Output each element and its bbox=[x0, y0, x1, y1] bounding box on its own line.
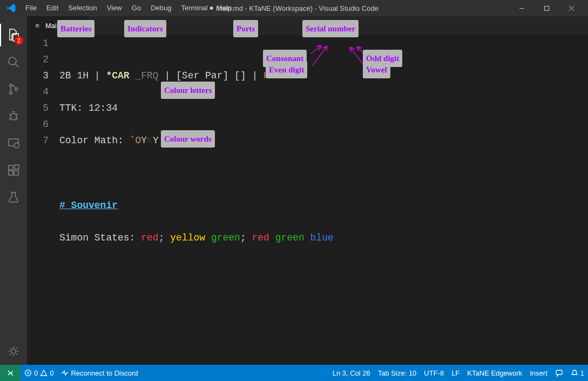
list-icon: ≡ bbox=[33, 22, 41, 30]
menu-selection[interactable]: Selection bbox=[63, 0, 102, 16]
svg-line-30 bbox=[312, 46, 327, 66]
activity-extensions[interactable] bbox=[0, 157, 27, 184]
menu-edit[interactable]: Edit bbox=[42, 0, 63, 16]
activity-test[interactable] bbox=[0, 184, 27, 211]
menu-file[interactable]: File bbox=[21, 0, 42, 16]
svg-rect-19 bbox=[14, 171, 18, 175]
activity-debug[interactable] bbox=[0, 103, 27, 130]
svg-rect-1 bbox=[544, 6, 549, 10]
anno-colourletters: Colour letters bbox=[161, 82, 215, 99]
debug-icon bbox=[7, 110, 20, 123]
extensions-icon bbox=[7, 164, 20, 177]
svg-line-29 bbox=[310, 46, 321, 54]
menu-view[interactable]: View bbox=[102, 0, 127, 16]
activity-remote[interactable] bbox=[0, 130, 27, 157]
gutter: 1234567 bbox=[27, 35, 59, 381]
remote-button[interactable] bbox=[0, 365, 21, 381]
svg-point-4 bbox=[9, 57, 16, 65]
svg-line-31 bbox=[357, 47, 364, 54]
editor-pane-main: ≡ Main.md ··· 1234567 2B 1H | *CAR _FRQ … bbox=[27, 16, 588, 381]
menu-go[interactable]: Go bbox=[127, 0, 146, 16]
main-menu: File Edit Selection View Go Debug Termin… bbox=[21, 0, 236, 16]
activity-bar: 2 bbox=[0, 16, 27, 365]
vscode-logo-icon bbox=[6, 3, 16, 13]
svg-point-22 bbox=[11, 349, 16, 353]
svg-point-16 bbox=[15, 143, 19, 148]
svg-point-7 bbox=[10, 92, 12, 95]
svg-rect-18 bbox=[9, 171, 13, 175]
menu-terminal[interactable]: Terminal bbox=[176, 0, 212, 16]
code-content[interactable]: 2B 1H | *CAR _FRQ | [Ser Par] [] | KT4NE… bbox=[59, 35, 588, 381]
search-icon bbox=[7, 56, 20, 69]
activity-search[interactable] bbox=[0, 49, 27, 76]
anno-consonant: Consonant bbox=[263, 50, 307, 67]
remote-explorer-icon bbox=[7, 137, 20, 150]
svg-line-32 bbox=[350, 48, 364, 65]
modified-dot-icon bbox=[77, 24, 81, 28]
heading-souvenir: # Souvenir bbox=[59, 200, 118, 211]
window-title: Main.md - KTaNE (Workspace) - Visual Stu… bbox=[209, 4, 379, 12]
explorer-badge: 2 bbox=[15, 36, 23, 45]
tab-label: Main.md bbox=[45, 22, 72, 30]
remote-icon bbox=[6, 369, 15, 377]
menu-debug[interactable]: Debug bbox=[146, 0, 176, 16]
close-button[interactable] bbox=[559, 0, 584, 16]
tab-bar-1: ≡ Main.md ··· bbox=[27, 16, 588, 35]
source-control-icon bbox=[7, 83, 20, 96]
title-bar: File Edit Selection View Go Debug Termin… bbox=[0, 0, 588, 16]
modified-dot-icon bbox=[209, 6, 213, 10]
svg-rect-20 bbox=[15, 165, 19, 169]
svg-point-9 bbox=[10, 113, 17, 120]
activity-settings[interactable] bbox=[0, 338, 27, 365]
svg-point-6 bbox=[10, 84, 12, 87]
gear-icon bbox=[6, 344, 21, 358]
activity-scm[interactable] bbox=[0, 76, 27, 103]
activity-explorer[interactable]: 2 bbox=[0, 22, 27, 49]
editor-area: ≡ Main.md ··· 1234567 2B 1H | *CAR _FRQ … bbox=[27, 16, 588, 365]
svg-point-8 bbox=[15, 88, 18, 91]
minimize-button[interactable] bbox=[509, 0, 534, 16]
maximize-button[interactable] bbox=[534, 0, 559, 16]
svg-line-5 bbox=[15, 64, 18, 67]
test-icon bbox=[7, 191, 20, 204]
editor-main[interactable]: 1234567 2B 1H | *CAR _FRQ | [Ser Par] []… bbox=[27, 35, 588, 381]
svg-rect-17 bbox=[9, 165, 13, 170]
tab-main-md[interactable]: ≡ Main.md bbox=[27, 16, 87, 35]
anno-odddigit: Odd digit bbox=[363, 50, 402, 67]
